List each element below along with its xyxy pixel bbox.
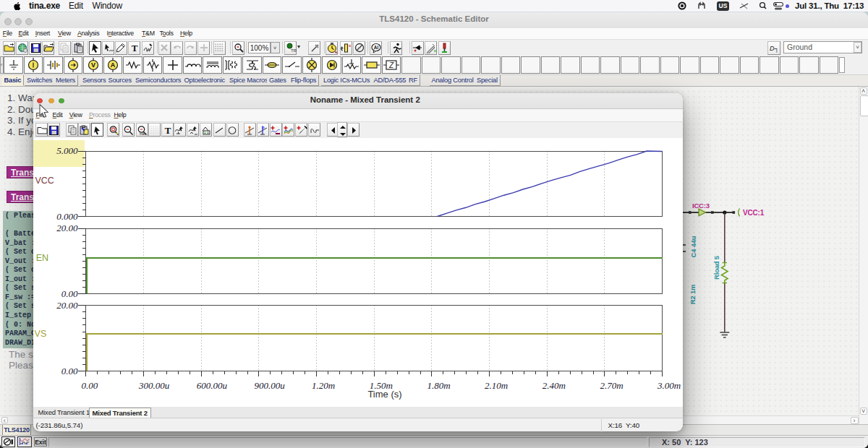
svg-text:600.00u: 600.00u [196, 380, 227, 391]
svg-text:VCC: VCC [35, 175, 54, 185]
svg-text:TR: TR [291, 48, 297, 53]
svg-text:2.10m: 2.10m [485, 380, 508, 391]
svg-text:EN: EN [35, 252, 48, 262]
svg-text:AI: AI [373, 45, 378, 50]
svg-text:20.00: 20.00 [56, 223, 78, 233]
svg-text:D┐: D┐ [770, 45, 779, 53]
svg-text:0.00: 0.00 [61, 288, 77, 298]
svg-text:1.80m: 1.80m [427, 380, 450, 391]
svg-text:Z: Z [388, 61, 394, 69]
svg-text:900.00u: 900.00u [254, 380, 285, 391]
svg-text:5.000: 5.000 [56, 145, 78, 156]
svg-text:3.00m: 3.00m [657, 380, 681, 391]
svg-text:T: T [131, 43, 137, 53]
svg-text:max: max [140, 132, 146, 135]
svg-text:20.00: 20.00 [56, 299, 78, 310]
svg-text:300.00u: 300.00u [138, 380, 170, 391]
svg-text:0.00: 0.00 [81, 380, 98, 391]
svg-text:0.00: 0.00 [61, 366, 77, 376]
svg-text:2.40m: 2.40m [542, 380, 565, 391]
svg-text:VS: VS [34, 329, 46, 339]
svg-text:Time (s): Time (s) [367, 389, 401, 400]
svg-text:1.20m: 1.20m [312, 380, 335, 391]
svg-text:b: b [262, 125, 265, 129]
svg-text:V: V [90, 61, 95, 69]
svg-text:2.70m: 2.70m [600, 380, 623, 391]
svg-text:A: A [111, 61, 116, 69]
svg-text:0.000: 0.000 [56, 210, 78, 221]
svg-text:T: T [164, 125, 171, 136]
